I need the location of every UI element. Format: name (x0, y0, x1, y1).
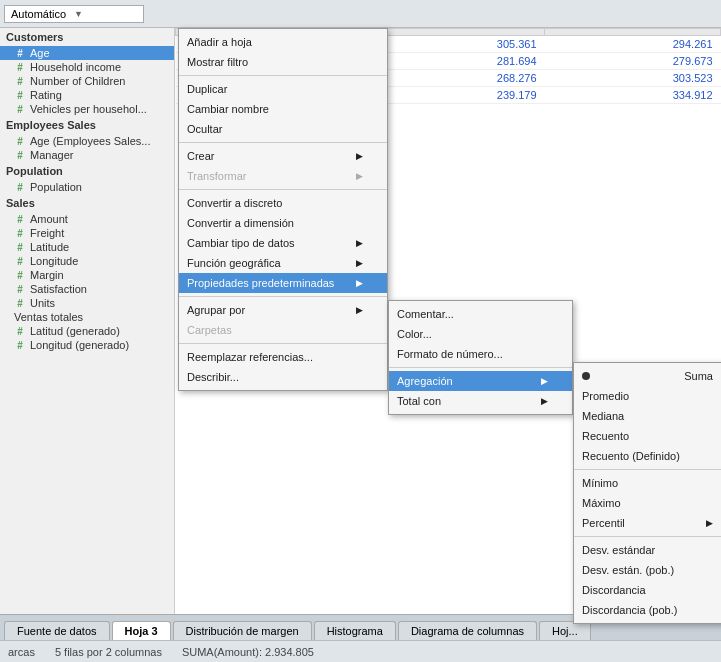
sidebar-item-age-employees[interactable]: # Age (Employees Sales... (0, 134, 174, 148)
auto-dropdown-arrow: ▼ (74, 9, 137, 19)
menu-label: Función geográfica (187, 257, 281, 269)
menu-item-recuento[interactable]: Recuento (574, 426, 721, 446)
menu-item-desv-estandar[interactable]: Desv. estándar (574, 540, 721, 560)
menu-item-percentil[interactable]: Percentil ▶ (574, 513, 721, 533)
rows-info: 5 filas por 2 columnas (55, 646, 162, 658)
menu-item-recuento-definido[interactable]: Recuento (Definido) (574, 446, 721, 466)
menu-item-crear[interactable]: Crear ▶ (179, 146, 387, 166)
measure-icon: # (14, 325, 26, 337)
menu-item-ocultar[interactable]: Ocultar (179, 119, 387, 139)
sidebar-item-ventas-totales[interactable]: Ventas totales (0, 310, 174, 324)
menu-label: Reemplazar referencias... (187, 351, 313, 363)
measure-icon: # (14, 181, 26, 193)
menu-item-describir[interactable]: Describir... (179, 367, 387, 387)
menu-item-convertir-dimension[interactable]: Convertir a dimensión (179, 213, 387, 233)
tab-fuente-datos[interactable]: Fuente de datos (4, 621, 110, 640)
menu-label: Formato de número... (397, 348, 503, 360)
menu-separator (574, 536, 721, 537)
sidebar-item-rating[interactable]: # Rating (0, 88, 174, 102)
menu-label: Propiedades predeterminadas (187, 277, 334, 289)
menu-separator (389, 367, 572, 368)
menu-item-carpetas[interactable]: Carpetas (179, 320, 387, 340)
menu-item-suma[interactable]: Suma (574, 366, 721, 386)
submenu-arrow-icon: ▶ (356, 278, 363, 288)
sidebar-item-manager[interactable]: # Manager (0, 148, 174, 162)
menu-item-promedio[interactable]: Promedio (574, 386, 721, 406)
menu-item-agregacion[interactable]: Agregación ▶ (389, 371, 572, 391)
menu-label: Recuento (Definido) (582, 450, 680, 462)
measure-icon: # (14, 47, 26, 59)
tab-diagrama-columnas[interactable]: Diagrama de columnas (398, 621, 537, 640)
sidebar-item-longitud[interactable]: # Longitud (generado) (0, 338, 174, 352)
menu-item-desv-estandar-pob[interactable]: Desv. están. (pob.) (574, 560, 721, 580)
sidebar-item-amount[interactable]: # Amount (0, 212, 174, 226)
sidebar-item-age[interactable]: # Age (0, 46, 174, 60)
sidebar-item-satisfaction[interactable]: # Satisfaction (0, 282, 174, 296)
tab-distribucion[interactable]: Distribución de margen (173, 621, 312, 640)
col-header-v1 (369, 29, 545, 36)
sidebar-item-population[interactable]: # Population (0, 180, 174, 194)
sidebar-item-label: Vehicles per househol... (30, 103, 147, 115)
sidebar-section-customers: Customers (0, 28, 174, 46)
sidebar-item-number-of-children[interactable]: # Number of Children (0, 74, 174, 88)
menu-item-mostrar-filtro[interactable]: Mostrar filtro (179, 52, 387, 72)
menu-item-minimo[interactable]: Mínimo (574, 473, 721, 493)
measure-icon: # (14, 61, 26, 73)
auto-field[interactable]: Automático ▼ (4, 5, 144, 23)
sidebar-item-label: Ventas totales (14, 311, 83, 323)
menu-item-formato-numero[interactable]: Formato de número... (389, 344, 572, 364)
menu-item-color[interactable]: Color... (389, 324, 572, 344)
menu-label: Comentar... (397, 308, 454, 320)
row-v2: 279.673 (545, 53, 721, 70)
sidebar-item-household-income[interactable]: # Household income (0, 60, 174, 74)
menu-label: Agrupar por (187, 304, 245, 316)
measure-icon: # (14, 227, 26, 239)
measure-icon: # (14, 103, 26, 115)
submenu-arrow-icon: ▶ (356, 258, 363, 268)
menu-item-agrupar-por[interactable]: Agrupar por ▶ (179, 300, 387, 320)
menu-label: Discordancia (pob.) (582, 604, 677, 616)
top-toolbar: Automático ▼ (0, 0, 721, 28)
sidebar-item-freight[interactable]: # Freight (0, 226, 174, 240)
menu-item-maximo[interactable]: Máximo (574, 493, 721, 513)
menu-item-propiedades[interactable]: Propiedades predeterminadas ▶ (179, 273, 387, 293)
menu-item-cambiar-nombre[interactable]: Cambiar nombre (179, 99, 387, 119)
sidebar-item-vehicles[interactable]: # Vehicles per househol... (0, 102, 174, 116)
measure-icon: # (14, 255, 26, 267)
menu-item-comentar[interactable]: Comentar... (389, 304, 572, 324)
sidebar-item-margin[interactable]: # Margin (0, 268, 174, 282)
measure-icon: # (14, 297, 26, 309)
row-v1: 305.361 (369, 36, 545, 53)
menu-item-transformar[interactable]: Transformar ▶ (179, 166, 387, 186)
menu-item-total-con[interactable]: Total con ▶ (389, 391, 572, 411)
menu-item-duplicar[interactable]: Duplicar (179, 79, 387, 99)
sidebar-item-label: Units (30, 297, 55, 309)
menu-item-discordancia-pob[interactable]: Discordancia (pob.) (574, 600, 721, 620)
tab-hoja3[interactable]: Hoja 3 (112, 621, 171, 640)
sidebar-item-label: Age (Employees Sales... (30, 135, 150, 147)
tab-histograma[interactable]: Histograma (314, 621, 396, 640)
menu-separator (179, 142, 387, 143)
row-v1: 281.694 (369, 53, 545, 70)
measure-icon: # (14, 213, 26, 225)
menu-item-cambiar-tipo[interactable]: Cambiar tipo de datos ▶ (179, 233, 387, 253)
sidebar: Customers # Age # Household income # Num… (0, 28, 175, 614)
menu-item-anadir-hoja[interactable]: Añadir a hoja (179, 32, 387, 52)
menu-item-funcion-geografica[interactable]: Función geográfica ▶ (179, 253, 387, 273)
menu-label: Cambiar nombre (187, 103, 269, 115)
sidebar-item-units[interactable]: # Units (0, 296, 174, 310)
sidebar-item-latitude[interactable]: # Latitude (0, 240, 174, 254)
status-bar: arcas 5 filas por 2 columnas SUMA(Amount… (0, 640, 721, 662)
measure-icon: # (14, 89, 26, 101)
sidebar-item-latitud[interactable]: # Latitud (generado) (0, 324, 174, 338)
menu-item-mediana[interactable]: Mediana (574, 406, 721, 426)
sidebar-item-label: Margin (30, 269, 64, 281)
sidebar-item-longitude[interactable]: # Longitude (0, 254, 174, 268)
menu-item-discordancia[interactable]: Discordancia (574, 580, 721, 600)
context-menu-1: Añadir a hoja Mostrar filtro Duplicar Ca… (178, 28, 388, 391)
suma-info: SUMA(Amount): 2.934.805 (182, 646, 314, 658)
row-v2: 334.912 (545, 87, 721, 104)
menu-item-reemplazar[interactable]: Reemplazar referencias... (179, 347, 387, 367)
menu-item-convertir-discreto[interactable]: Convertir a discreto (179, 193, 387, 213)
sidebar-section-sales: Sales (0, 194, 174, 212)
